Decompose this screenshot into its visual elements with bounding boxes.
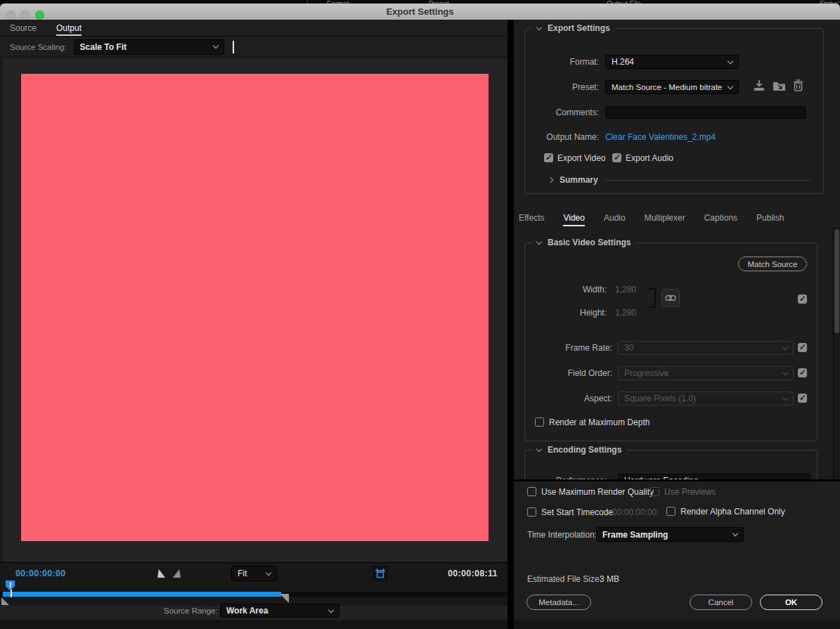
cancel-button[interactable]: Cancel <box>690 595 752 610</box>
height-value: 1,280 <box>615 308 636 318</box>
current-timecode[interactable]: 00:00:00:00 <box>15 569 65 578</box>
time-interpolation-select[interactable]: Frame Sampling <box>596 527 744 542</box>
encoding-settings-header[interactable]: Encoding Settings <box>532 445 626 455</box>
zoom-level-select[interactable]: Fit <box>231 566 277 581</box>
time-interpolation-label: Time Interpolation: <box>527 530 597 540</box>
export-video-checkbox[interactable] <box>544 153 553 162</box>
chain-link-icon <box>665 294 676 302</box>
minimize-button[interactable] <box>20 11 30 20</box>
tab-effects[interactable]: Effects <box>519 209 544 226</box>
scrollbar[interactable] <box>833 228 839 478</box>
preset-select[interactable]: Match Source - Medium bitrate <box>605 80 739 94</box>
chevron-right-icon <box>548 177 553 183</box>
work-area-bar[interactable] <box>3 592 281 597</box>
output-name-label: Output Name: <box>525 132 599 142</box>
field-order-checkbox[interactable] <box>798 368 807 377</box>
summary-label: Summary <box>560 175 598 185</box>
tab-publish[interactable]: Publish <box>756 209 784 226</box>
tab-video[interactable]: Video <box>563 209 584 226</box>
export-audio-label: Export Audio <box>626 153 673 163</box>
preset-label: Preset: <box>525 82 599 92</box>
metadata-button[interactable]: Metadata... <box>526 595 591 610</box>
format-select[interactable]: H.264 <box>605 55 739 69</box>
tab-audio[interactable]: Audio <box>604 209 626 226</box>
summary-row[interactable]: Summary <box>548 175 810 185</box>
height-label: Height: <box>525 308 607 318</box>
frame-rate-checkbox[interactable] <box>798 343 807 352</box>
close-button[interactable] <box>6 11 15 20</box>
use-previews-checkbox <box>650 487 659 496</box>
set-start-timecode-checkbox[interactable] <box>527 507 536 517</box>
chevron-down-icon <box>782 369 788 375</box>
playhead-stem <box>11 590 12 597</box>
chevron-down-icon <box>266 569 271 575</box>
match-source-button[interactable]: Match Source <box>738 257 807 271</box>
source-scaling-label: Source Scaling: <box>10 43 67 51</box>
source-scaling-select[interactable]: Scale To Fit <box>74 39 224 55</box>
window-titlebar: Export Settings <box>0 4 840 20</box>
source-scaling-toolbar: Source Scaling: Scale To Fit <box>0 37 508 58</box>
tab-output[interactable]: Output <box>56 20 82 36</box>
export-settings-header[interactable]: Export Settings <box>532 23 615 33</box>
chevron-down-icon <box>782 394 788 400</box>
zoom-button[interactable] <box>35 11 44 20</box>
window-title: Export Settings <box>386 6 453 17</box>
video-settings-scrollarea: Basic Video Settings Match Source Width:… <box>514 226 840 479</box>
use-previews-label: Use Previews <box>664 487 716 497</box>
size-auto-checkbox[interactable] <box>798 294 807 304</box>
delete-preset-icon[interactable] <box>792 79 804 92</box>
basic-video-settings-header[interactable]: Basic Video Settings <box>532 238 635 247</box>
size-link-bracket <box>649 288 656 308</box>
toolbar-separator <box>233 41 234 53</box>
output-name-link[interactable]: Clear Face Valentines_2.mp4 <box>605 132 716 142</box>
comments-input[interactable] <box>605 106 806 119</box>
viewport-edge <box>0 58 3 562</box>
encoding-settings-group: Encoding Settings Performance: Hardware … <box>524 450 818 479</box>
set-in-point-icon[interactable] <box>157 569 165 578</box>
work-area-end-handle[interactable] <box>280 594 289 603</box>
source-range-select[interactable]: Work Area <box>220 604 340 618</box>
comments-label: Comments: <box>525 108 599 117</box>
chevron-down-icon <box>536 446 542 451</box>
export-settings-dialog: Format Preset Output File Status Export … <box>0 0 840 629</box>
background-bottom-strip <box>0 620 840 629</box>
chevron-down-icon <box>732 531 738 536</box>
aspect-checkbox[interactable] <box>798 394 807 403</box>
aspect-select: Square Pixels (1.0) <box>618 391 794 406</box>
footer-options: Use Maximum Render Quality Use Previews … <box>514 479 840 618</box>
tab-captions[interactable]: Captions <box>704 209 737 226</box>
export-settings-group: Export Settings Format: H.264 Preset: Ma… <box>524 28 824 194</box>
summary-divider <box>605 180 810 181</box>
basic-video-settings-group: Basic Video Settings Match Source Width:… <box>524 242 818 441</box>
work-area-start-handle[interactable] <box>1 597 9 605</box>
save-preset-icon[interactable] <box>753 79 765 92</box>
frame-rate-select: 30 <box>618 341 794 355</box>
panel-divider[interactable] <box>508 20 514 629</box>
scrollbar-thumb[interactable] <box>834 229 839 333</box>
chevron-down-icon <box>536 238 542 244</box>
estimated-file-size-value: 3 MB <box>600 574 619 584</box>
duration-timecode: 00:00:08:11 <box>448 569 498 578</box>
crop-output-button[interactable] <box>373 566 388 581</box>
tab-source[interactable]: Source <box>10 20 37 36</box>
settings-tabs: Effects Video Audio Multiplexer Captions… <box>514 209 840 226</box>
chevron-down-icon <box>728 83 733 89</box>
use-max-render-quality-checkbox[interactable] <box>527 487 536 496</box>
performance-select[interactable]: Hardware Encoding <box>618 474 810 479</box>
tab-multiplexer[interactable]: Multiplexer <box>645 209 685 226</box>
ok-button[interactable]: OK <box>760 595 822 610</box>
import-preset-icon[interactable] <box>773 79 786 92</box>
encoding-settings-title: Encoding Settings <box>548 445 621 455</box>
lock-aspect-button[interactable] <box>661 289 680 307</box>
set-start-timecode-label: Set Start Timecode <box>541 507 613 517</box>
export-settings-title: Export Settings <box>548 23 610 33</box>
basic-video-settings-title: Basic Video Settings <box>548 238 631 247</box>
preview-panel: Source Output Source Scaling: Scale To F… <box>0 20 508 620</box>
playhead[interactable] <box>6 581 15 591</box>
render-max-depth-checkbox[interactable] <box>535 417 544 427</box>
set-out-point-icon[interactable] <box>173 569 181 578</box>
start-timecode-value: 00:00:00:00 <box>612 507 657 517</box>
width-value: 1,280 <box>615 285 636 294</box>
render-alpha-checkbox[interactable] <box>666 507 676 516</box>
export-audio-checkbox[interactable] <box>612 153 621 162</box>
